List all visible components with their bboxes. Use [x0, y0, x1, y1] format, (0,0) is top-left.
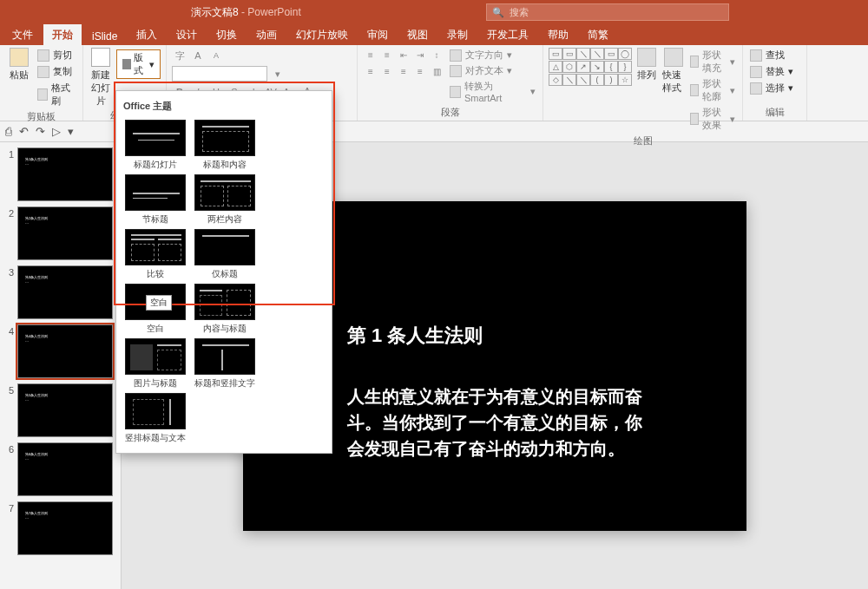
- search-placeholder: 搜索: [510, 6, 529, 19]
- tab-animation[interactable]: 动画: [247, 24, 286, 45]
- layout-thumb-icon: [125, 120, 186, 156]
- group-paragraph-label: 段落: [363, 104, 537, 119]
- document-title: 演示文稿8 - PowerPoint: [191, 5, 301, 20]
- shapes-gallery[interactable]: ▭▭＼＼▭◯ △⬡↗↘{} ◇＼＼()☆: [549, 48, 632, 86]
- slide-thumb-5[interactable]: 第5条人生法则…: [17, 383, 113, 437]
- align-text-button[interactable]: 对齐文本 ▾: [448, 63, 537, 78]
- layout-option-label: 比较: [147, 268, 164, 280]
- align-center-button[interactable]: ≡: [379, 64, 395, 78]
- bullets-button[interactable]: ≡: [363, 48, 378, 62]
- smartart-button[interactable]: 转换为 SmartArt ▾: [448, 79, 537, 104]
- tab-review[interactable]: 审阅: [358, 24, 397, 45]
- layout-option-label: 标题和内容: [203, 159, 247, 171]
- tab-insert[interactable]: 插入: [128, 24, 166, 45]
- select-icon: [750, 82, 762, 95]
- outline-icon: [690, 84, 699, 96]
- font-char-button[interactable]: 字: [172, 48, 187, 63]
- replace-button[interactable]: 替换 ▾: [748, 64, 795, 79]
- layout-option-7[interactable]: 内容与标题: [193, 284, 257, 335]
- layout-option-4[interactable]: 比较: [123, 229, 187, 280]
- layout-gallery-popup: Office 主题 标题幻灯片标题和内容节标题两栏内容比较仅标题空白内容与标题图…: [115, 90, 332, 454]
- tab-slideshow[interactable]: 幻灯片放映: [287, 24, 357, 45]
- thumb-number: 7: [3, 501, 14, 555]
- layout-option-5[interactable]: 仅标题: [193, 229, 257, 280]
- align-right-button[interactable]: ≡: [396, 64, 411, 78]
- line-spacing-button[interactable]: ↕: [429, 48, 444, 62]
- font-family-select[interactable]: [172, 66, 267, 82]
- select-button[interactable]: 选择 ▾: [748, 81, 795, 95]
- shrink-font-button[interactable]: A: [208, 48, 224, 63]
- slide-thumb-7[interactable]: 第7条人生法则…: [17, 501, 113, 555]
- group-edit-label: 编辑: [748, 104, 801, 119]
- arrange-icon: [637, 48, 656, 67]
- layout-option-1[interactable]: 标题和内容: [193, 120, 257, 171]
- qat-save-button[interactable]: ⎙: [5, 125, 12, 138]
- layout-option-label: 图片与标题: [134, 377, 177, 389]
- layout-thumb-icon: [194, 338, 255, 375]
- columns-button[interactable]: ▥: [429, 64, 444, 78]
- cut-button[interactable]: 剪切: [36, 48, 77, 62]
- tab-transition[interactable]: 切换: [207, 24, 246, 45]
- shape-outline-button[interactable]: 形状轮廓 ▾: [688, 76, 737, 104]
- font-size-dropdown[interactable]: ▾: [270, 66, 286, 82]
- indent-inc-button[interactable]: ⇥: [412, 48, 428, 62]
- grow-font-button[interactable]: A: [190, 48, 206, 63]
- qat-more-button[interactable]: ▾: [68, 125, 74, 138]
- layout-option-10[interactable]: 竖排标题与文本: [123, 393, 187, 444]
- find-button[interactable]: 查找: [748, 48, 795, 62]
- paste-button[interactable]: 粘贴: [5, 48, 32, 82]
- slide-thumbnails-pane[interactable]: 1第1条人生法则…2第2条人生法则…3第3条人生法则…4第4条人生法则…5第5条…: [0, 142, 122, 589]
- thumb-number: 5: [3, 383, 14, 437]
- copy-button[interactable]: 复制: [36, 64, 77, 79]
- find-icon: [750, 49, 762, 62]
- tab-file[interactable]: 文件: [3, 24, 42, 45]
- tab-islide[interactable]: iSlide: [83, 27, 126, 45]
- qat-undo-button[interactable]: ↶: [19, 125, 29, 138]
- layout-option-0[interactable]: 标题幻灯片: [123, 120, 187, 171]
- tab-record[interactable]: 录制: [438, 24, 477, 45]
- justify-button[interactable]: ≡: [412, 64, 428, 78]
- quick-styles-button[interactable]: 快速样式: [662, 48, 686, 95]
- layout-option-8[interactable]: 图片与标题: [123, 338, 187, 389]
- effects-icon: [690, 113, 699, 125]
- layout-option-3[interactable]: 两栏内容: [193, 174, 257, 226]
- qat-redo-button[interactable]: ↷: [36, 125, 45, 138]
- layout-dropdown-button[interactable]: 版式▾: [116, 49, 161, 79]
- layout-tooltip: 空白: [146, 295, 172, 311]
- slide-thumb-4[interactable]: 第4条人生法则…: [17, 324, 113, 378]
- layout-option-9[interactable]: 标题和竖排文字: [193, 338, 257, 389]
- replace-icon: [750, 66, 762, 78]
- qat-slideshow-button[interactable]: ▷: [52, 125, 61, 138]
- tab-view[interactable]: 视图: [398, 24, 437, 45]
- numbering-button[interactable]: ≡: [379, 48, 395, 62]
- indent-dec-button[interactable]: ⇤: [396, 48, 411, 62]
- tab-design[interactable]: 设计: [168, 24, 206, 45]
- shape-effects-button[interactable]: 形状效果 ▾: [688, 105, 737, 133]
- group-clipboard-label: 剪贴板: [5, 108, 77, 123]
- text-direction-button[interactable]: 文字方向 ▾: [448, 48, 537, 62]
- text-dir-icon: [450, 49, 462, 62]
- slide-thumb-6[interactable]: 第6条人生法则…: [17, 442, 113, 496]
- arrange-button[interactable]: 排列: [635, 48, 659, 82]
- search-box[interactable]: 🔍 搜索: [486, 3, 729, 21]
- align-text-icon: [450, 65, 462, 77]
- layout-icon: [122, 59, 131, 69]
- thumb-number: 3: [3, 265, 14, 319]
- ribbon: 粘贴 剪切 复制 格式刷 剪贴板 新建 幻灯片 版式▾ 幻灯片: [0, 45, 868, 121]
- slide-thumb-2[interactable]: 第2条人生法则…: [17, 206, 113, 260]
- slide-thumb-1[interactable]: 第1条人生法则…: [17, 147, 113, 201]
- layout-option-2[interactable]: 节标题: [123, 174, 187, 226]
- format-painter-button[interactable]: 格式刷: [36, 81, 77, 108]
- layout-thumb-icon: [194, 284, 255, 320]
- new-slide-button[interactable]: 新建 幻灯片: [89, 48, 113, 108]
- tab-help[interactable]: 帮助: [539, 24, 577, 45]
- slide-thumb-3[interactable]: 第3条人生法则…: [17, 265, 113, 319]
- align-left-button[interactable]: ≡: [363, 64, 378, 78]
- shape-fill-button[interactable]: 形状填充 ▾: [688, 48, 737, 75]
- tab-home[interactable]: 开始: [43, 24, 82, 45]
- slide-title: 第 1 条人生法则: [347, 323, 642, 349]
- layout-option-label: 内容与标题: [203, 323, 247, 335]
- tab-developer[interactable]: 开发工具: [478, 24, 537, 45]
- tab-jianfan[interactable]: 简繁: [579, 24, 617, 45]
- copy-icon: [37, 66, 49, 78]
